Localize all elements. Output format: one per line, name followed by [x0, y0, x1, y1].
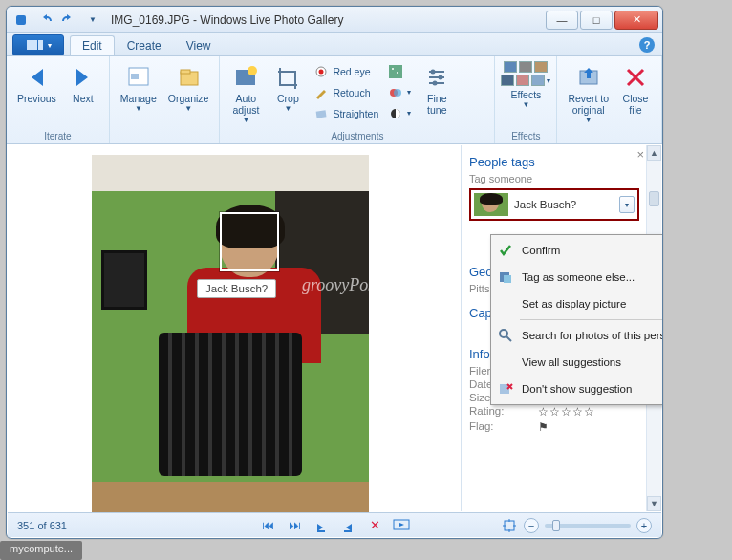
- tab-create[interactable]: Create: [115, 35, 174, 55]
- svg-rect-3: [38, 40, 43, 50]
- app-window: ▼ IMG_0169.JPG - Windows Live Photo Gall…: [6, 6, 663, 539]
- zoom-slider[interactable]: [545, 524, 631, 528]
- group-effects: ▾ Effects▼ Effects: [495, 56, 557, 143]
- slideshow-icon[interactable]: [393, 517, 410, 534]
- tag-suggestion-row[interactable]: Jack Busch? ▾: [469, 188, 639, 221]
- photo[interactable]: Jack Busch? groovyPost.com: [92, 155, 369, 518]
- menu-search-photos[interactable]: Search for photos of this person: [493, 322, 663, 349]
- pane-close-icon[interactable]: ×: [636, 147, 644, 162]
- svg-point-9: [248, 66, 257, 75]
- group-adjustments: Auto adjust▼ Crop▼ Red eye Retouch Strai…: [220, 56, 495, 143]
- previous-button[interactable]: Previous: [12, 59, 61, 107]
- group-iterate: Previous Next Iterate: [7, 56, 110, 143]
- window-title: IMG_0169.JPG - Windows Live Photo Galler…: [111, 13, 544, 27]
- svg-rect-28: [505, 521, 514, 530]
- svg-point-25: [500, 330, 507, 337]
- svg-point-21: [433, 81, 438, 86]
- close-file-button[interactable]: Close file: [615, 59, 656, 118]
- rotate-left-icon[interactable]: [312, 517, 330, 534]
- next-button[interactable]: Next: [63, 59, 103, 107]
- flag-icon[interactable]: ⚑: [538, 420, 549, 434]
- svg-point-19: [431, 70, 436, 75]
- svg-rect-24: [504, 275, 511, 283]
- scroll-down-icon[interactable]: ▼: [647, 496, 661, 511]
- straighten-button[interactable]: Straighten: [310, 103, 382, 123]
- undo-icon[interactable]: [34, 11, 55, 30]
- group-manage: Manage▼ Organize▼: [110, 56, 221, 143]
- face-detection-box[interactable]: [220, 212, 279, 271]
- group-revert-close: Revert to original▼ Close file: [557, 56, 662, 143]
- scroll-up-icon[interactable]: ▲: [647, 145, 661, 161]
- playback-controls: ⏮ ⏭ ✕: [259, 517, 410, 534]
- menu-dont-show[interactable]: Don't show suggestion: [493, 376, 663, 402]
- quick-access-toolbar: ▼: [11, 11, 103, 30]
- noise-button[interactable]: [384, 61, 415, 81]
- adjustment-extra: ▾ ▾: [384, 59, 415, 123]
- auto-adjust-button[interactable]: Auto adjust▼: [226, 59, 266, 127]
- qat-menu-icon[interactable]: [11, 11, 32, 30]
- tag-context-menu: Confirm Tag as someone else... Set as di…: [490, 234, 663, 405]
- first-icon[interactable]: ⏮: [259, 517, 276, 534]
- fit-icon[interactable]: [501, 517, 518, 534]
- menu-view-all-suggestions[interactable]: View all suggestions: [493, 349, 663, 376]
- status-bar: 351 of 631 ⏮ ⏭ ✕ − +: [8, 512, 661, 537]
- svg-point-20: [439, 75, 443, 80]
- svg-rect-0: [16, 15, 26, 25]
- tag-thumbnail: [474, 193, 508, 216]
- photo-canvas: Jack Busch? groovyPost.com: [8, 145, 461, 511]
- page-counter: 351 of 631: [17, 520, 67, 531]
- tag-dropdown-button[interactable]: ▾: [619, 196, 635, 213]
- delete-icon[interactable]: ✕: [366, 517, 383, 534]
- last-icon[interactable]: ⏭: [286, 517, 303, 534]
- taskbar-item[interactable]: mycompute...: [0, 541, 82, 560]
- ribbon: Previous Next Iterate Manage▼ Organize▼ …: [7, 56, 662, 144]
- face-tag-tooltip[interactable]: Jack Busch?: [197, 279, 276, 298]
- svg-point-14: [392, 68, 394, 70]
- rating-stars[interactable]: ☆☆☆☆☆: [538, 405, 595, 419]
- qat-dropdown-icon[interactable]: ▼: [82, 11, 103, 30]
- scroll-thumb[interactable]: [649, 191, 659, 206]
- zoom-in-button[interactable]: +: [636, 518, 652, 533]
- maximize-button[interactable]: □: [580, 11, 613, 30]
- red-eye-button[interactable]: Red eye: [310, 61, 382, 81]
- titlebar: ▼ IMG_0169.JPG - Windows Live Photo Gall…: [7, 7, 662, 33]
- redo-icon[interactable]: [58, 11, 79, 30]
- exposure-button[interactable]: ▾: [384, 103, 415, 123]
- color-button[interactable]: ▾: [384, 82, 415, 102]
- effects-swatches[interactable]: [504, 61, 548, 73]
- organize-button[interactable]: Organize▼: [163, 59, 214, 116]
- menu-set-display-picture[interactable]: Set as display picture: [493, 291, 663, 317]
- svg-point-11: [319, 69, 324, 74]
- rotate-right-icon[interactable]: [339, 517, 356, 534]
- tab-edit[interactable]: Edit: [70, 35, 115, 55]
- people-tags-heading: People tags: [469, 155, 654, 169]
- manage-button[interactable]: Manage▼: [116, 59, 161, 116]
- menu-confirm[interactable]: Confirm: [493, 237, 663, 264]
- svg-point-15: [397, 72, 398, 74]
- minimize-button[interactable]: —: [546, 11, 578, 30]
- revert-button[interactable]: Revert to original▼: [563, 59, 614, 127]
- tab-view[interactable]: View: [174, 35, 224, 55]
- svg-rect-12: [316, 110, 327, 118]
- menu-tag-someone-else[interactable]: Tag as someone else...: [493, 264, 663, 291]
- effects-button[interactable]: Effects▼: [509, 88, 542, 110]
- fine-tune-button[interactable]: Fine tune: [417, 59, 457, 118]
- zoom-out-button[interactable]: −: [524, 518, 539, 533]
- svg-rect-1: [27, 40, 32, 50]
- retouch-button[interactable]: Retouch: [310, 82, 382, 102]
- svg-rect-2: [32, 40, 37, 50]
- app-menu-button[interactable]: ▾: [12, 34, 64, 55]
- svg-rect-5: [131, 74, 139, 79]
- help-icon[interactable]: ?: [639, 37, 655, 53]
- close-button[interactable]: ✕: [614, 11, 658, 30]
- window-controls: — □ ✕: [544, 11, 658, 30]
- svg-rect-7: [181, 70, 190, 74]
- svg-rect-13: [389, 65, 402, 78]
- tag-someone-link[interactable]: Tag someone: [469, 173, 654, 184]
- svg-point-17: [394, 89, 401, 97]
- ribbon-tabs: ▾ Edit Create View ?: [7, 33, 662, 56]
- crop-button[interactable]: Crop▼: [268, 59, 308, 116]
